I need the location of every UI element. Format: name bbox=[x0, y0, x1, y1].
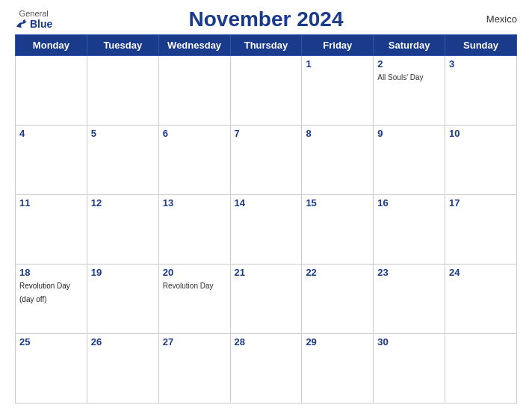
calendar-cell: 1 bbox=[302, 56, 374, 126]
day-number: 3 bbox=[449, 58, 513, 69]
day-number: 22 bbox=[306, 267, 369, 278]
day-number: 4 bbox=[19, 128, 83, 139]
calendar-cell: 27 bbox=[158, 334, 230, 404]
weekday-header-thursday: Thursday bbox=[230, 35, 302, 56]
day-number: 9 bbox=[377, 128, 441, 139]
calendar-cell: 29 bbox=[302, 334, 374, 404]
calendar-cell: 19 bbox=[87, 265, 158, 334]
day-number: 27 bbox=[163, 336, 226, 347]
day-number: 2 bbox=[377, 58, 441, 69]
calendar-cell: 26 bbox=[87, 334, 158, 404]
calendar-cell: 9 bbox=[374, 126, 445, 195]
day-number: 20 bbox=[163, 267, 226, 278]
day-number: 21 bbox=[235, 267, 298, 278]
calendar-cell: 14 bbox=[230, 195, 302, 265]
calendar-cell: 5 bbox=[87, 126, 158, 195]
calendar-cell bbox=[158, 56, 230, 126]
event-text: All Souls' Day bbox=[377, 73, 423, 81]
day-number: 10 bbox=[449, 128, 513, 139]
day-number: 13 bbox=[163, 197, 226, 208]
day-number: 30 bbox=[377, 336, 441, 347]
day-number: 14 bbox=[235, 197, 298, 208]
day-number: 24 bbox=[449, 267, 513, 278]
month-title: November 2024 bbox=[188, 7, 343, 31]
calendar-cell: 20Revolution Day bbox=[158, 265, 230, 334]
calendar-cell: 18Revolution Day (day off) bbox=[16, 265, 87, 334]
country-label: Mexico bbox=[486, 13, 517, 25]
day-number: 19 bbox=[91, 267, 155, 278]
day-number: 12 bbox=[91, 197, 155, 208]
day-number: 16 bbox=[377, 197, 441, 208]
calendar-week-2: 45678910 bbox=[16, 126, 517, 195]
day-number: 18 bbox=[19, 267, 83, 278]
day-number: 8 bbox=[306, 128, 369, 139]
calendar-cell: 17 bbox=[445, 195, 517, 265]
day-number: 1 bbox=[306, 58, 369, 69]
logo-bird-icon bbox=[15, 19, 28, 29]
day-number: 11 bbox=[19, 197, 83, 208]
calendar-cell: 4 bbox=[16, 126, 87, 195]
calendar-cell bbox=[445, 334, 517, 404]
logo-blue: Blue bbox=[15, 18, 52, 30]
calendar-cell: 16 bbox=[374, 195, 445, 265]
calendar-cell bbox=[230, 56, 302, 126]
calendar-cell: 28 bbox=[230, 334, 302, 404]
calendar-cell: 10 bbox=[445, 126, 517, 195]
weekday-header-saturday: Saturday bbox=[374, 35, 445, 56]
weekday-header-monday: Monday bbox=[16, 35, 87, 56]
day-number: 23 bbox=[377, 267, 441, 278]
calendar-cell: 6 bbox=[158, 126, 230, 195]
day-number: 5 bbox=[91, 128, 155, 139]
calendar-cell: 25 bbox=[16, 334, 87, 404]
calendar-cell bbox=[87, 56, 158, 126]
weekday-header-wednesday: Wednesday bbox=[158, 35, 230, 56]
calendar-cell bbox=[16, 56, 87, 126]
day-number: 25 bbox=[19, 336, 83, 347]
weekday-header-sunday: Sunday bbox=[445, 35, 517, 56]
event-text: Revolution Day bbox=[163, 282, 214, 290]
day-number: 17 bbox=[449, 197, 513, 208]
day-number: 26 bbox=[91, 336, 155, 347]
calendar-cell: 13 bbox=[158, 195, 230, 265]
calendar-cell: 12 bbox=[87, 195, 158, 265]
calendar-week-1: 12All Souls' Day3 bbox=[16, 56, 517, 126]
calendar-cell: 24 bbox=[445, 265, 517, 334]
calendar-week-4: 18Revolution Day (day off)1920Revolution… bbox=[16, 265, 517, 334]
calendar-week-5: 252627282930 bbox=[16, 334, 517, 404]
event-text: Revolution Day (day off) bbox=[19, 282, 70, 303]
calendar-cell: 15 bbox=[302, 195, 374, 265]
calendar-cell: 22 bbox=[302, 265, 374, 334]
calendar-cell: 23 bbox=[374, 265, 445, 334]
calendar-week-3: 11121314151617 bbox=[16, 195, 517, 265]
calendar-cell: 30 bbox=[374, 334, 445, 404]
calendar-cell: 2All Souls' Day bbox=[374, 56, 445, 126]
day-number: 7 bbox=[235, 128, 298, 139]
calendar-cell: 7 bbox=[230, 126, 302, 195]
calendar-cell: 8 bbox=[302, 126, 374, 195]
calendar-cell: 3 bbox=[445, 56, 517, 126]
day-number: 15 bbox=[306, 197, 369, 208]
weekday-header-friday: Friday bbox=[302, 35, 374, 56]
weekday-header-row: MondayTuesdayWednesdayThursdayFridaySatu… bbox=[16, 35, 517, 56]
day-number: 6 bbox=[163, 128, 226, 139]
calendar-cell: 11 bbox=[16, 195, 87, 265]
weekday-header-tuesday: Tuesday bbox=[87, 35, 158, 56]
logo: General Blue bbox=[15, 9, 52, 30]
logo-general: General bbox=[19, 9, 49, 18]
calendar-header: General Blue November 2024 Mexico bbox=[15, 7, 517, 31]
calendar-cell: 21 bbox=[230, 265, 302, 334]
day-number: 28 bbox=[235, 336, 298, 347]
calendar-table: MondayTuesdayWednesdayThursdayFridaySatu… bbox=[15, 34, 517, 404]
day-number: 29 bbox=[306, 336, 369, 347]
